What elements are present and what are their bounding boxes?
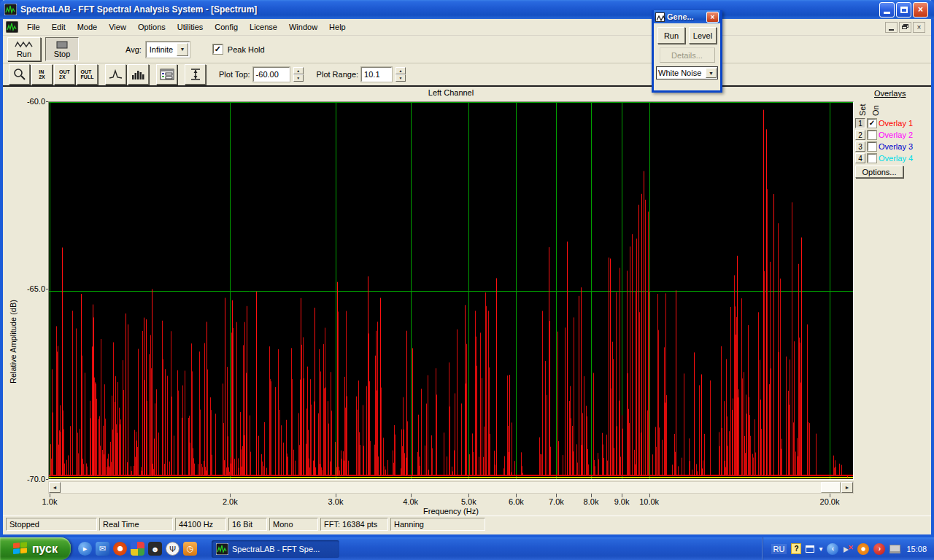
scroll-right-button[interactable]: ► [841, 482, 853, 493]
overlay-1-set-button[interactable]: 1 [855, 118, 865, 128]
menu-edit[interactable]: Edit [46, 20, 72, 34]
spectrum-plot[interactable] [48, 101, 854, 480]
browser-icon[interactable] [113, 542, 127, 556]
mdi-minimize-button[interactable] [885, 22, 898, 33]
mdi-close-button[interactable]: × [913, 22, 925, 33]
plot-range-label: Plot Range: [317, 70, 358, 79]
plot-range-input[interactable]: 10.1 [361, 67, 392, 82]
y-tick-label: -65.0 [16, 284, 45, 293]
zoom-out-2x-button[interactable]: OUT 2X [54, 64, 75, 85]
x-axis-label: Frequency (Hz) [48, 507, 854, 516]
overlay-1-label: Overlay 1 [879, 119, 913, 128]
y-tick-label: -60.0 [16, 97, 45, 106]
menu-options[interactable]: Options [132, 20, 171, 34]
spectrum-view-button[interactable] [105, 64, 126, 85]
menu-help[interactable]: Help [323, 20, 352, 34]
mdi-child-icon [6, 21, 18, 33]
plot-top-label: Plot Top: [219, 70, 250, 79]
menu-view[interactable]: View [103, 20, 132, 34]
horizontal-scrollbar[interactable]: ◄ ► [48, 481, 854, 494]
generator-signal-select[interactable]: White Noise ▼ [656, 66, 718, 79]
avg-select-value: Infinite [147, 45, 176, 54]
maximize-button[interactable] [896, 2, 911, 18]
zoom-in-2x-button[interactable]: IN 2X [31, 64, 53, 85]
scheduler-clock-icon[interactable]: ◷ [183, 542, 197, 556]
scrollbar-thumb[interactable] [821, 482, 841, 493]
punto-switcher-icon[interactable]: ‹ [827, 543, 838, 555]
chevron-down-icon[interactable]: ▼ [177, 43, 188, 56]
run-button[interactable]: Run [7, 37, 41, 61]
menu-window[interactable]: Window [283, 20, 323, 34]
psi-messenger-icon[interactable]: Ψ [166, 542, 180, 556]
overlays-options-button[interactable]: Options... [855, 166, 903, 178]
firewall-tray-icon[interactable] [857, 543, 869, 555]
start-button[interactable]: пуск [0, 537, 71, 560]
mdi-restore-button[interactable] [899, 22, 911, 33]
overlay-row-4: 4 Overlay 4 [855, 152, 913, 164]
spin-up-icon[interactable]: ▲ [293, 67, 304, 74]
avg-select[interactable]: Infinite ▼ [146, 42, 190, 58]
window-title: SpectraLAB - FFT Spectral Analysis Syste… [20, 4, 879, 15]
x-tick-label: 2.0k [223, 497, 238, 506]
bar-graph-icon [131, 69, 146, 79]
overlay-3-checkbox[interactable] [868, 142, 876, 151]
chevron-down-icon[interactable]: ▼ [706, 68, 717, 78]
palette-app-icon[interactable] [131, 542, 144, 556]
volume-muted-icon[interactable]: ✕ [843, 544, 853, 554]
zoom-out-full-button[interactable]: OUT FULL [77, 64, 98, 85]
minimize-button[interactable] [879, 2, 895, 18]
plot-top-input[interactable]: -60.00 [253, 67, 290, 82]
overlays-header[interactable]: Overlays [874, 89, 906, 98]
overlay-1-checkbox[interactable]: ✓ [868, 119, 876, 128]
generator-titlebar[interactable]: Gene... × [654, 10, 720, 23]
generator-level-button[interactable]: Level [689, 27, 717, 44]
overlay-4-set-button[interactable]: 4 [855, 153, 865, 163]
close-icon: × [918, 4, 923, 15]
overlays-panel: Overlays Set On 1 ✓ Overlay 1 2 Overlay … [855, 89, 930, 184]
overlay-4-label: Overlay 4 [879, 154, 913, 163]
generator-close-button[interactable]: × [706, 12, 719, 23]
overlay-2-checkbox[interactable] [868, 131, 876, 139]
overlay-3-set-button[interactable]: 3 [855, 141, 865, 152]
spin-down-icon[interactable]: ▼ [293, 74, 304, 82]
spectrum-canvas[interactable] [49, 102, 853, 479]
network-display-icon[interactable] [889, 545, 900, 553]
stop-button[interactable]: Stop [45, 37, 79, 61]
help-tray-icon[interactable]: ? [791, 543, 801, 554]
x-tick-label: 10.0k [639, 497, 659, 506]
media-player-icon[interactable]: ▸ [78, 542, 92, 556]
amplitude-range-button[interactable] [185, 64, 206, 85]
bat-messenger-icon[interactable]: ☻ [148, 542, 162, 556]
menu-file[interactable]: File [21, 20, 46, 34]
overlay-2-set-button[interactable]: 2 [855, 130, 865, 140]
mdi-close-icon: × [917, 23, 922, 31]
bar-view-button[interactable] [128, 64, 149, 85]
taskbar-button-spectralab[interactable]: SpectraLAB - FFT Spe... [212, 540, 339, 558]
overlay-4-checkbox[interactable] [868, 154, 876, 163]
spin-down-icon[interactable]: ▼ [395, 74, 406, 82]
menu-config[interactable]: Config [209, 20, 244, 34]
overlay-2-label: Overlay 2 [879, 131, 913, 139]
menu-mode[interactable]: Mode [72, 20, 104, 34]
task-app-icon [216, 543, 228, 555]
zoom-tool-button[interactable] [9, 64, 30, 85]
display-options-button[interactable] [156, 64, 177, 85]
window-tray-icon[interactable] [806, 545, 814, 553]
taskbar: пуск ▸ ✉ ☻ Ψ ◷ SpectraLAB - FFT Spe... R… [0, 537, 934, 560]
close-button[interactable]: × [913, 2, 928, 18]
overlays-set-column-label: Set [858, 98, 867, 116]
menu-utilities[interactable]: Utilities [171, 20, 209, 34]
plot-top-spinner[interactable]: ▲ ▼ [293, 67, 304, 82]
spin-up-icon[interactable]: ▲ [395, 67, 406, 74]
plot-range-spinner[interactable]: ▲ ▼ [395, 67, 406, 82]
download-manager-icon[interactable]: › [873, 543, 885, 555]
language-indicator[interactable]: RU [771, 544, 787, 554]
generator-run-button[interactable]: Run [657, 27, 685, 44]
hide-icons-chevron[interactable]: ▾ [819, 545, 822, 553]
status-channels: Mono [269, 518, 318, 531]
menu-license[interactable]: License [244, 20, 283, 34]
mail-icon[interactable]: ✉ [96, 542, 109, 556]
peak-hold-checkbox[interactable]: ✓ [213, 44, 223, 54]
titlebar[interactable]: SpectraLAB - FFT Spectral Analysis Syste… [0, 0, 934, 19]
scroll-left-button[interactable]: ◄ [49, 482, 61, 493]
